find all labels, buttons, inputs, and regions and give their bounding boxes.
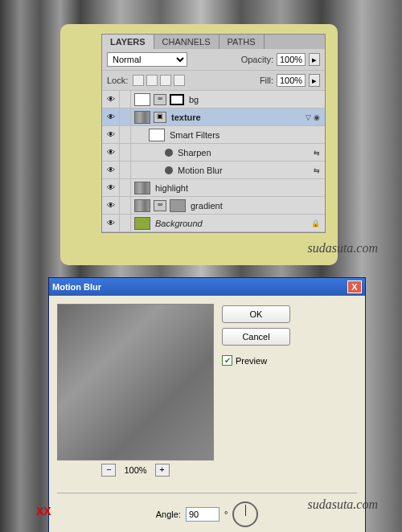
- layer-name: Smart Filters: [170, 130, 219, 140]
- panel-tabs: LAYERS CHANNELS PATHS: [102, 35, 325, 49]
- angle-unit: °: [224, 509, 228, 519]
- blend-opacity-row: Normal Opacity: ▸: [102, 49, 325, 71]
- smart-object-icon: ▣: [154, 112, 166, 123]
- lock-position-icon[interactable]: [160, 75, 171, 86]
- link-badge-icon: ∞: [154, 94, 166, 105]
- tab-channels[interactable]: CHANNELS: [154, 35, 219, 49]
- watermark: sudasuta.com: [307, 241, 378, 256]
- layer-name: highlight: [155, 183, 188, 193]
- eye-icon[interactable]: 👁: [107, 130, 115, 139]
- eye-icon[interactable]: 👁: [107, 183, 115, 192]
- fill-label: Fill:: [260, 76, 273, 85]
- zoom-out-button[interactable]: −: [101, 464, 116, 477]
- layer-name: Background: [155, 219, 203, 228]
- watermark: sudasuta.com: [307, 497, 378, 512]
- close-icon[interactable]: X: [347, 280, 362, 293]
- filter-settings-icon[interactable]: ⇆: [314, 166, 320, 174]
- opacity-flyout[interactable]: ▸: [309, 53, 320, 66]
- layer-row-gradient[interactable]: 👁 ∞ gradient: [102, 197, 325, 215]
- lock-transparency-icon[interactable]: [133, 75, 144, 86]
- layer-row-smartfilters[interactable]: 👁 Smart Filters: [102, 126, 325, 144]
- filter-toggle-icon[interactable]: ▽ ◉: [306, 113, 320, 121]
- eye-icon[interactable]: 👁: [107, 148, 115, 157]
- preview-checkbox-row[interactable]: ✔ Preview: [222, 355, 267, 366]
- motion-blur-dialog: Motion Blur X − 100% + OK Cancel ✔ Previ…: [48, 277, 366, 532]
- blend-mode-select[interactable]: Normal: [107, 52, 187, 67]
- eye-icon[interactable]: 👁: [107, 219, 115, 227]
- lock-icon: 🔒: [311, 219, 320, 227]
- layer-thumb: [134, 93, 150, 106]
- eye-icon[interactable]: 👁: [107, 166, 115, 174]
- layer-thumb: [134, 111, 150, 124]
- layers-panel: LAYERS CHANNELS PATHS Normal Opacity: ▸ …: [101, 34, 326, 233]
- layer-row-background[interactable]: 👁 Background 🔒: [102, 215, 325, 232]
- zoom-in-button[interactable]: +: [155, 464, 170, 477]
- tab-layers[interactable]: LAYERS: [102, 35, 154, 49]
- layer-name: Sharpen: [178, 148, 211, 158]
- fill-flyout[interactable]: ▸: [309, 74, 320, 87]
- ok-button[interactable]: OK: [222, 305, 290, 323]
- angle-dial[interactable]: [232, 501, 258, 527]
- cancel-button[interactable]: Cancel: [222, 328, 290, 346]
- layer-name: texture: [171, 113, 201, 122]
- checkbox-icon[interactable]: ✔: [222, 355, 232, 366]
- layer-row-bg[interactable]: 👁 ∞ bg: [102, 91, 325, 108]
- lock-icons: [133, 75, 185, 86]
- layer-thumb: [134, 199, 150, 212]
- layer-row-texture[interactable]: 👁 ▣ texture ▽ ◉: [102, 108, 325, 126]
- layer-thumb: [134, 217, 150, 230]
- filter-settings-icon[interactable]: ⇆: [314, 149, 320, 157]
- filter-mask-thumb: [149, 129, 165, 141]
- opacity-input[interactable]: [277, 53, 306, 66]
- dialog-title: Motion Blur: [52, 282, 347, 292]
- mask-thumb: [170, 94, 184, 105]
- lock-label: Lock:: [107, 76, 128, 85]
- dialog-titlebar[interactable]: Motion Blur X: [49, 278, 365, 296]
- filter-dot-icon: [165, 149, 173, 157]
- layer-name: Motion Blur: [178, 166, 223, 175]
- mask-thumb: [170, 199, 186, 212]
- layer-list: 👁 ∞ bg 👁 ▣ texture ▽ ◉ 👁 Smart Filters 👁: [102, 91, 325, 232]
- xx-label: XX: [36, 505, 51, 518]
- layer-row-sharpen[interactable]: 👁 Sharpen ⇆: [102, 144, 325, 162]
- layer-thumb: [134, 182, 150, 194]
- fill-input[interactable]: [277, 74, 306, 87]
- opacity-label: Opacity:: [241, 55, 273, 64]
- layer-name: bg: [189, 95, 199, 104]
- lock-pixels-icon[interactable]: [146, 75, 158, 86]
- tab-paths[interactable]: PATHS: [219, 35, 265, 49]
- lock-fill-row: Lock: Fill: ▸: [102, 71, 325, 91]
- zoom-value: 100%: [124, 465, 146, 475]
- layer-row-highlight[interactable]: 👁 highlight: [102, 179, 325, 197]
- layer-row-motionblur[interactable]: 👁 Motion Blur ⇆: [102, 162, 325, 179]
- angle-label: Angle:: [156, 509, 181, 519]
- angle-input[interactable]: [186, 507, 219, 522]
- lock-all-icon[interactable]: [174, 75, 185, 86]
- link-badge-icon: ∞: [154, 200, 166, 211]
- layer-name: gradient: [191, 201, 223, 211]
- eye-icon[interactable]: 👁: [107, 113, 115, 121]
- eye-icon[interactable]: 👁: [107, 95, 115, 104]
- filter-dot-icon: [165, 166, 173, 174]
- preview-checkbox-label: Preview: [236, 356, 267, 366]
- preview-thumbnail[interactable]: [57, 304, 214, 460]
- eye-icon[interactable]: 👁: [107, 201, 115, 210]
